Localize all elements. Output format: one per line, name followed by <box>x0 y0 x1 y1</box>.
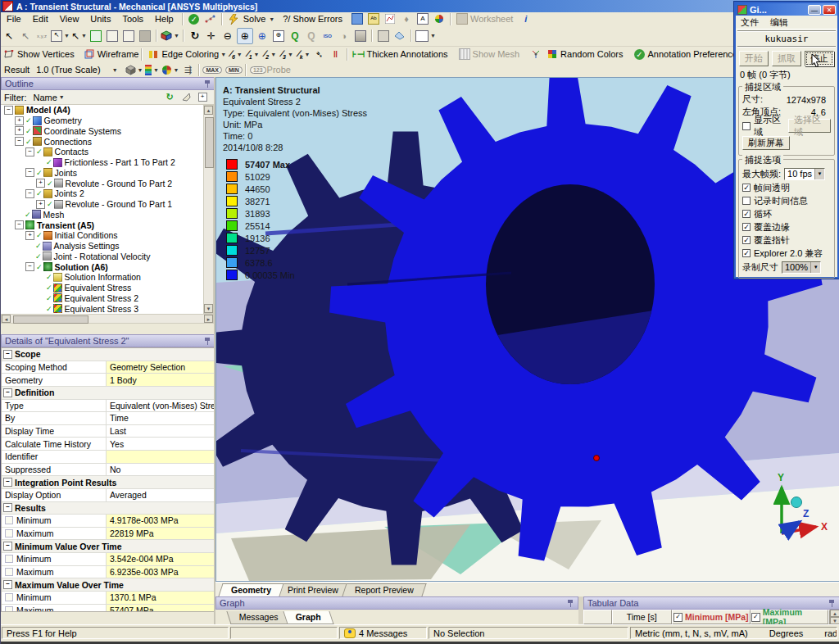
body-select-icon[interactable] <box>138 29 152 43</box>
detail-value[interactable]: 57407 MPa <box>107 605 215 613</box>
detail-value[interactable]: Last <box>107 425 215 438</box>
max-probe-button[interactable]: MAX <box>202 66 222 74</box>
recorder-menu-item[interactable]: 编辑 <box>770 16 788 29</box>
tree-item[interactable]: −✓Joints 2 <box>1 188 203 199</box>
tree-item[interactable]: +✓Revolute - Ground To Part 2 <box>1 178 203 188</box>
info-icon[interactable]: i <box>524 14 527 24</box>
zoom-in-icon[interactable]: ⊕ <box>237 28 253 44</box>
minimum-checkbox[interactable]: ✓ <box>673 613 683 622</box>
pan-icon[interactable]: ✛ <box>204 29 219 43</box>
detail-value[interactable]: Yes <box>107 438 215 450</box>
edge-mode-6-icon[interactable]: ∕6▼ <box>227 47 243 61</box>
doc-tab-report-preview[interactable]: Report Preview <box>342 583 426 596</box>
pointer-icon[interactable]: ↖ <box>2 29 16 43</box>
status-messages[interactable]: 4 Messages <box>339 627 427 639</box>
tree-item[interactable]: ✓Equivalent Stress 3 <box>1 303 203 314</box>
annotation-preferences-button[interactable]: Annotation Preferences <box>648 49 742 59</box>
checked-checkbox[interactable]: ✓ <box>742 210 751 218</box>
tree-item[interactable]: +✓Geometry <box>1 116 203 126</box>
collapse-icon[interactable]: − <box>15 137 24 146</box>
scroll-up-icon[interactable]: ▲ <box>204 106 213 115</box>
expand-icon[interactable]: + <box>36 200 45 209</box>
edge-select-icon[interactable] <box>121 29 136 43</box>
result-checkbox[interactable] <box>5 555 13 563</box>
tag-icon[interactable] <box>392 29 407 43</box>
graph-tab-messages[interactable]: Messages <box>226 611 291 624</box>
viewports-icon[interactable] <box>353 29 368 43</box>
tree-item[interactable]: ✓Equivalent Stress <box>1 283 203 293</box>
tree-item[interactable]: ✓Equivalent Stress 2 <box>1 293 203 304</box>
result-checkbox[interactable] <box>5 606 13 612</box>
minimum-column-header[interactable]: ✓ Minimum [MPa] <box>672 610 751 624</box>
menu-file[interactable]: File <box>1 13 27 25</box>
graph-pin-icon[interactable] <box>567 600 574 607</box>
details-category[interactable]: −Integration Point Results <box>2 476 215 488</box>
zoom-out-icon[interactable]: ⊖ <box>220 29 235 43</box>
solve-dropdown-icon[interactable]: ▼ <box>269 16 274 22</box>
detail-value[interactable]: Geometry Selection <box>107 361 215 374</box>
scroll-up-icon[interactable]: ▲ <box>830 610 839 617</box>
tree-item[interactable]: +✓Coordinate Systems <box>1 126 203 137</box>
expand-icon[interactable]: + <box>15 116 24 125</box>
menu-help[interactable]: Help <box>149 13 179 25</box>
menu-edit[interactable]: Edit <box>27 13 54 25</box>
cursor-mode-icon[interactable]: ↖▼ <box>71 29 87 43</box>
rotate-icon[interactable]: ↻ <box>188 29 202 43</box>
checked-checkbox[interactable]: ✓ <box>742 249 751 257</box>
refresh-icon[interactable]: ↻ <box>162 90 177 105</box>
expand-icon[interactable]: + <box>36 179 45 188</box>
checked-checkbox[interactable]: ✓ <box>742 236 751 244</box>
edge-mode-k-icon[interactable]: ∕k▼ <box>295 47 311 61</box>
print-icon[interactable] <box>376 29 391 43</box>
expand-icon[interactable]: + <box>15 126 24 135</box>
contour-display-icon[interactable]: ▼ <box>161 62 179 77</box>
collapse-icon[interactable]: − <box>3 542 12 551</box>
minimize-button[interactable]: — <box>808 5 821 15</box>
tree-item[interactable]: ✓Analysis Settings <box>1 241 203 252</box>
vertex-select-icon[interactable] <box>105 29 120 43</box>
result-checkbox[interactable] <box>5 593 13 601</box>
detail-value[interactable]: 6.9235e-003 MPa <box>107 566 215 578</box>
zoom-fit-icon[interactable]: ⊕ <box>255 29 270 43</box>
filter-dropdown-icon[interactable]: ▼ <box>59 94 65 100</box>
maximum-column-header[interactable]: ✓ Maximum [MPa] <box>751 610 828 624</box>
tree-item[interactable]: −✓Solution (A6) <box>1 261 203 272</box>
detail-value[interactable]: 1370.1 MPa <box>107 592 215 604</box>
refresh-screen-button[interactable]: 刷新屏幕 <box>742 136 790 150</box>
route-icon[interactable] <box>203 11 218 26</box>
scroll-right-icon[interactable]: ► <box>204 315 213 323</box>
pointer-select-icon[interactable]: ↖ <box>18 29 33 43</box>
random-colors-button[interactable]: Random Colors <box>560 49 623 59</box>
detail-value[interactable] <box>107 451 215 463</box>
detail-value[interactable]: Averaged <box>107 489 215 501</box>
collapse-icon[interactable]: − <box>15 220 24 229</box>
tree-item[interactable]: ✓Solution Information <box>1 272 203 283</box>
extend-selection-icon[interactable] <box>88 29 103 43</box>
graph-tab-graph[interactable]: Graph <box>283 611 333 624</box>
tree-item[interactable]: +✓Revolute - Ground To Part 1 <box>1 199 203 210</box>
look-at-icon[interactable]: ◑ <box>337 29 351 43</box>
edge-mode-1-icon[interactable]: ∕1▼ <box>244 47 260 61</box>
tree-item[interactable]: −Model (A4) <box>1 105 203 116</box>
collapse-icon[interactable]: − <box>25 189 34 198</box>
collapse-icon[interactable]: − <box>25 262 34 271</box>
recorder-title-bar[interactable]: Gi... — ✕ <box>736 3 837 16</box>
xyz-select-icon[interactable]: x,y,z <box>34 29 49 43</box>
collapse-icon[interactable]: − <box>3 388 12 397</box>
menu-units[interactable]: Units <box>84 13 116 25</box>
tree-item[interactable]: −Transient (A5) <box>1 220 203 230</box>
find-icon[interactable]: Q <box>288 29 302 43</box>
details-category[interactable]: −Definition <box>2 387 215 399</box>
collapse-icon[interactable]: − <box>3 580 12 589</box>
box-select-icon[interactable]: ↖▼ <box>51 29 70 43</box>
record-size-select[interactable]: 100% ▼ <box>782 261 821 274</box>
menu-view[interactable]: View <box>54 13 85 25</box>
result-checkbox[interactable] <box>5 568 13 576</box>
show-vertices-button[interactable]: Show Vertices <box>17 49 75 59</box>
edge-mode-3-icon[interactable]: ∕3▼ <box>278 47 293 61</box>
result-scale-value[interactable]: 1.0 (True Scale) <box>36 65 100 75</box>
wireframe-button[interactable]: Wireframe <box>98 49 139 59</box>
expand-icon[interactable]: + <box>25 231 34 240</box>
dropdown-icon[interactable]: ▼ <box>814 169 824 179</box>
outline-horizontal-scrollbar[interactable]: ◄ ► <box>1 314 214 324</box>
